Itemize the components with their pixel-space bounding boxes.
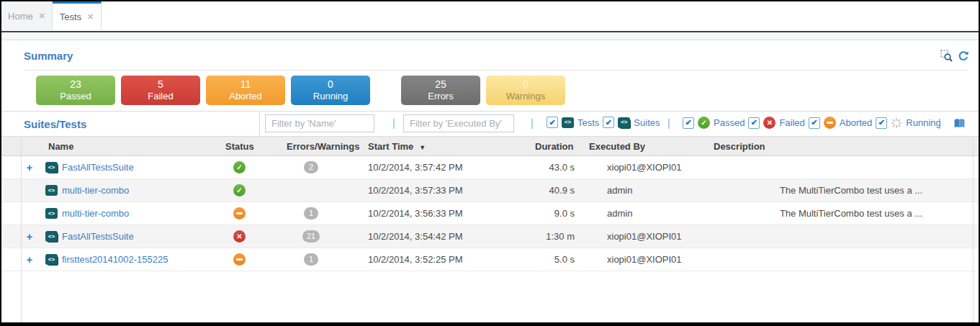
test-icon: <> <box>45 185 58 196</box>
duration: 1:30 m <box>505 225 575 248</box>
errors-warnings-badge: 1 <box>304 253 318 266</box>
col-status[interactable]: Status <box>225 141 254 152</box>
aborted-count: 11 <box>240 78 251 91</box>
aborted-icon <box>824 117 836 129</box>
tab-tests-label: Tests <box>60 12 81 22</box>
suite-icon: <> <box>45 162 58 173</box>
table-body: + <> FastAllTestsSuite ✓ 2 10/2/2014, 3:… <box>1 156 979 271</box>
errors-label: Errors <box>428 91 453 102</box>
table-header: Name Status Errors/Warnings Start Time▼ … <box>1 136 979 156</box>
grid-left-gutter-line <box>21 136 22 322</box>
suite-icon: <> <box>618 117 630 128</box>
start-time: 10/2/2014, 3:57:33 PM <box>368 179 463 202</box>
toggle-aborted[interactable]: ✔ Aborted <box>809 117 873 129</box>
col-executed-by[interactable]: Executed By <box>589 141 645 152</box>
status-aborted-icon <box>233 207 246 219</box>
filter-bar: Suites/Tests | | ✔ <> Tests ✔ <> Suites … <box>1 111 979 137</box>
running-card[interactable]: 0 Running <box>291 76 370 105</box>
duration: 40.9 s <box>505 179 575 202</box>
test-name-link[interactable]: multi-tier-combo <box>62 202 129 225</box>
aborted-card[interactable]: 11 Aborted <box>206 76 285 105</box>
description <box>721 156 979 178</box>
running-count: 0 <box>328 78 333 91</box>
toggle-passed[interactable]: ✔ ✓ Passed <box>683 117 745 129</box>
test-icon: <> <box>45 208 58 219</box>
app-window: Home ✕ Tests ✕ Summary <box>0 0 980 326</box>
test-name-link[interactable]: firsttest20141002-155225 <box>62 248 168 271</box>
duration: 43.0 s <box>505 156 575 178</box>
aborted-checkbox[interactable]: ✔ <box>809 117 820 129</box>
table-row[interactable]: + <> FastAllTestsSuite ✓ 2 10/2/2014, 3:… <box>1 156 979 179</box>
summary-tools <box>940 50 969 63</box>
summary-title: Summary <box>24 50 73 62</box>
failed-label: Failed <box>148 91 173 102</box>
table-row[interactable]: + <> FastAllTestsSuite ✕ 21 10/2/2014, 3… <box>1 225 979 248</box>
toggle-running[interactable]: ✔ Running <box>876 117 940 129</box>
col-duration[interactable]: Duration <box>535 141 573 152</box>
executed-by: admin <box>607 202 632 225</box>
table-row[interactable]: <> multi-tier-combo ✓ 10/2/2014, 3:57:33… <box>1 179 979 202</box>
tests-toggle-label: Tests <box>577 117 599 128</box>
duration: 5.0 s <box>505 248 575 271</box>
type-toggles: ✔ <> Tests ✔ <> Suites <box>547 117 660 128</box>
description <box>721 248 979 271</box>
test-name-link[interactable]: multi-tier-combo <box>62 179 129 202</box>
errors-warnings-badge: 2 <box>304 161 318 173</box>
sort-desc-icon: ▼ <box>419 144 426 151</box>
separator: | <box>938 117 941 129</box>
test-name-link[interactable]: FastAllTestsSuite <box>62 156 134 178</box>
report-book-icon[interactable] <box>953 118 966 129</box>
executed-by: xiopi01@XIOPI01 <box>607 225 682 248</box>
passed-checkbox[interactable]: ✔ <box>683 117 694 129</box>
warnings-count: 0 <box>523 78 529 91</box>
description <box>721 225 979 248</box>
suites-checkbox[interactable]: ✔ <box>603 117 614 128</box>
failed-checkbox[interactable]: ✔ <box>748 117 760 129</box>
toggle-tests[interactable]: ✔ <> Tests <box>547 117 599 128</box>
toggle-suites[interactable]: ✔ <> Suites <box>603 117 660 128</box>
failed-count: 5 <box>158 78 163 91</box>
warnings-label: Warnings <box>506 91 545 102</box>
tab-bar-strip <box>1 32 979 40</box>
table-row[interactable]: <> multi-tier-combo 1 10/2/2014, 3:56:33… <box>1 202 979 225</box>
col-errors-warnings[interactable]: Errors/Warnings <box>287 141 359 152</box>
col-description[interactable]: Description <box>714 141 765 152</box>
executed-by: admin <box>607 179 632 202</box>
executed-by-filter-input[interactable] <box>403 114 514 132</box>
start-time: 10/2/2014, 3:54:42 PM <box>368 225 463 248</box>
tab-tests[interactable]: Tests ✕ <box>53 1 102 30</box>
suites-toggle-label: Suites <box>634 117 660 128</box>
errors-card[interactable]: 25 Errors <box>401 76 480 105</box>
toggle-failed[interactable]: ✔ ✕ Failed <box>748 117 804 129</box>
expand-button[interactable]: + <box>24 248 35 271</box>
duration: 9.0 s <box>505 202 575 225</box>
name-filter-input[interactable] <box>265 114 374 132</box>
close-icon[interactable]: ✕ <box>87 12 94 22</box>
warnings-card[interactable]: 0 Warnings <box>486 76 565 105</box>
zoom-select-icon[interactable] <box>940 50 953 63</box>
aborted-label: Aborted <box>229 91 262 102</box>
running-checkbox[interactable]: ✔ <box>876 117 887 129</box>
executed-by: xiopi01@XIOPI01 <box>607 248 682 271</box>
summary-divider <box>24 70 968 71</box>
col-start-time[interactable]: Start Time▼ <box>368 141 426 152</box>
failed-toggle-label: Failed <box>779 117 804 128</box>
failed-card[interactable]: 5 Failed <box>121 76 200 105</box>
col-name[interactable]: Name <box>48 141 73 152</box>
tab-home[interactable]: Home ✕ <box>1 1 53 30</box>
status-aborted-icon <box>233 253 246 266</box>
passed-card[interactable]: 23 Passed <box>36 76 115 105</box>
refresh-icon[interactable] <box>958 50 969 62</box>
errors-warnings-badge: 21 <box>302 230 320 243</box>
tests-checkbox[interactable]: ✔ <box>547 117 558 128</box>
close-icon[interactable]: ✕ <box>39 12 45 21</box>
separator: | <box>531 117 534 129</box>
table-row[interactable]: + <> firsttest20141002-155225 1 10/2/201… <box>1 248 979 271</box>
passed-count: 23 <box>70 78 81 91</box>
expand-button[interactable]: + <box>24 225 35 248</box>
suite-icon: <> <box>45 231 58 242</box>
test-name-link[interactable]: FastAllTestsSuite <box>62 225 134 248</box>
executed-by: xiopi01@XIOPI01 <box>607 156 682 178</box>
expand-button[interactable]: + <box>24 156 35 178</box>
passed-icon: ✓ <box>698 117 710 129</box>
